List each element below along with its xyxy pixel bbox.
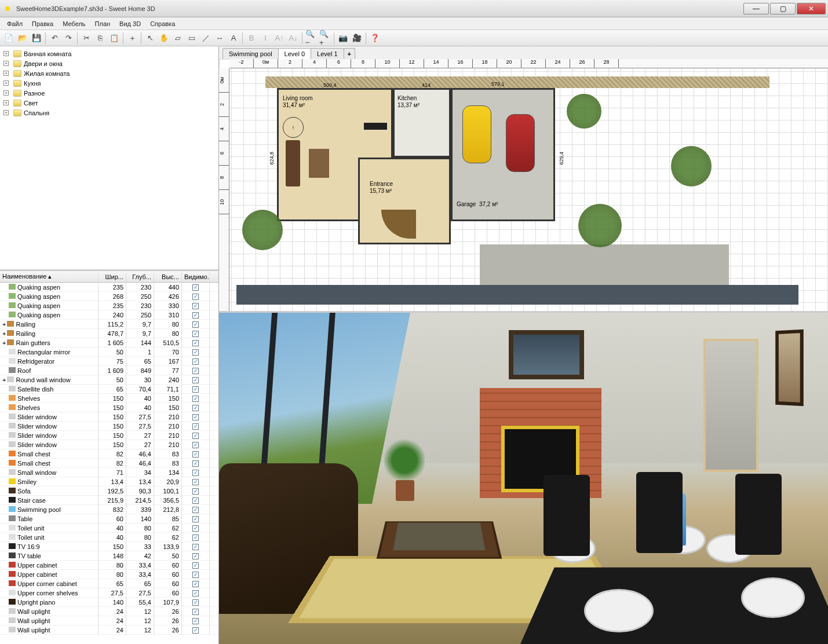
visible-checkbox[interactable]: ✓ — [192, 414, 199, 420]
visible-checkbox[interactable]: ✓ — [192, 294, 199, 300]
furniture-row[interactable]: +Round wall window5030240✓ — [0, 375, 218, 385]
visible-checkbox[interactable]: ✓ — [192, 284, 199, 291]
visible-checkbox[interactable]: ✓ — [192, 368, 199, 374]
visible-checkbox[interactable]: ✓ — [192, 451, 199, 458]
furniture-row[interactable]: +Rain gutters1 605144510,5✓ — [0, 338, 218, 347]
furniture-row[interactable]: Refridgerator7565167✓ — [0, 357, 218, 366]
toolbar-open[interactable]: 📂 — [16, 32, 29, 45]
expand-icon[interactable]: + — [2, 339, 6, 346]
visible-checkbox[interactable]: ✓ — [192, 553, 199, 559]
menu-План[interactable]: План — [90, 19, 115, 28]
furniture-row[interactable]: Small chest8246,483✓ — [0, 459, 218, 468]
car-yellow[interactable] — [462, 105, 491, 163]
furniture-row[interactable]: Slider window15027210✓ — [0, 440, 218, 449]
furniture-table-header[interactable]: Наименование ▴ Шир... Глуб... Выс... Вид… — [0, 271, 218, 283]
catalog-category[interactable]: +Двери и окна — [1, 58, 217, 68]
furniture-row[interactable]: Slider window15027,5210✓ — [0, 422, 218, 431]
toolbar-create-dim[interactable]: ↔ — [213, 32, 226, 45]
visible-checkbox[interactable]: ✓ — [192, 618, 199, 624]
furniture-table-body[interactable]: Quaking aspen235230440✓Quaking aspen2682… — [0, 283, 218, 644]
plan-canvas[interactable]: -20м246810121416182022242628 0м246810 Li… — [219, 59, 828, 311]
catalog-category[interactable]: +Спальня — [1, 108, 217, 118]
furniture-row[interactable]: Wall uplight241226✓ — [0, 616, 218, 625]
toolbar-create-video[interactable]: 🎥 — [351, 32, 363, 45]
catalog-category[interactable]: +Ванная комната — [1, 49, 217, 58]
visible-checkbox[interactable]: ✓ — [192, 599, 199, 606]
toolbar-add-furniture[interactable]: ＋ — [126, 32, 138, 45]
visible-checkbox[interactable]: ✓ — [192, 433, 199, 439]
furniture-row[interactable]: Quaking aspen268250426✓ — [0, 292, 218, 301]
furniture-row[interactable]: Upright piano14055,4107,9✓ — [0, 598, 218, 607]
expand-icon[interactable]: + — [2, 321, 6, 328]
car-red[interactable] — [506, 114, 535, 172]
minimize-button[interactable]: — — [743, 3, 769, 14]
furniture-row[interactable]: Toilet unit408062✓ — [0, 533, 218, 542]
menu-Мебель[interactable]: Мебель — [58, 19, 90, 28]
plan-tab[interactable]: Level 0 — [278, 48, 311, 59]
expand-icon[interactable]: + — [3, 100, 9, 105]
furniture-row[interactable]: Rectangular mirror50170✓ — [0, 347, 218, 357]
toolbar-redo[interactable]: ↷ — [62, 32, 75, 45]
expand-icon[interactable]: + — [3, 90, 9, 96]
furniture-row[interactable]: Quaking aspen240250310✓ — [0, 310, 218, 320]
toolbar-create-walls[interactable]: ▱ — [172, 32, 184, 45]
catalog-category[interactable]: +Жилая комната — [1, 68, 217, 78]
visible-checkbox[interactable]: ✓ — [192, 525, 199, 532]
expand-icon[interactable]: + — [3, 80, 9, 86]
expand-icon[interactable]: + — [2, 330, 6, 337]
visible-checkbox[interactable]: ✓ — [192, 349, 199, 356]
visible-checkbox[interactable]: ✓ — [192, 386, 199, 393]
furniture-row[interactable]: +Railing478,79,780✓ — [0, 329, 218, 338]
visible-checkbox[interactable]: ✓ — [192, 488, 199, 495]
col-width[interactable]: Шир... — [99, 272, 126, 281]
compass-icon[interactable]: ↑ — [283, 117, 304, 138]
visible-checkbox[interactable]: ✓ — [192, 358, 199, 365]
visible-checkbox[interactable]: ✓ — [192, 303, 199, 309]
plan-add-tab[interactable]: + — [344, 48, 355, 59]
visible-checkbox[interactable]: ✓ — [192, 423, 199, 430]
tree[interactable] — [671, 146, 712, 186]
visible-checkbox[interactable]: ✓ — [192, 479, 199, 485]
visible-checkbox[interactable]: ✓ — [192, 442, 199, 448]
visible-checkbox[interactable]: ✓ — [192, 405, 199, 411]
visible-checkbox[interactable]: ✓ — [192, 572, 199, 578]
visible-checkbox[interactable]: ✓ — [192, 507, 199, 513]
visible-checkbox[interactable]: ✓ — [192, 581, 199, 587]
furniture-row[interactable]: Wall uplight241226✓ — [0, 625, 218, 635]
expand-icon[interactable]: + — [2, 376, 6, 383]
visible-checkbox[interactable]: ✓ — [192, 535, 199, 541]
menu-Справка[interactable]: Справка — [145, 19, 180, 28]
visible-checkbox[interactable]: ✓ — [192, 331, 199, 337]
col-height[interactable]: Выс... — [154, 272, 182, 281]
col-name[interactable]: Наименование ▴ — [0, 272, 99, 281]
furniture-catalog-tree[interactable]: +Ванная комната+Двери и окна+Жилая комна… — [0, 46, 218, 271]
furniture-row[interactable]: Quaking aspen235230440✓ — [0, 283, 218, 292]
menu-Файл[interactable]: Файл — [2, 19, 27, 28]
furniture-row[interactable]: Shelves15040150✓ — [0, 394, 218, 403]
expand-icon[interactable]: + — [3, 51, 9, 56]
expand-icon[interactable]: + — [3, 71, 9, 76]
furniture-row[interactable]: Toilet unit408062✓ — [0, 524, 218, 533]
furniture-row[interactable]: Table6014085✓ — [0, 514, 218, 524]
furniture-row[interactable]: Sofa192,590,3100,1✓ — [0, 486, 218, 496]
furniture-row[interactable]: Satellite dish6570,471,1✓ — [0, 385, 218, 394]
3d-view[interactable]: ▲ ▼ ◀ ▶ — [219, 313, 828, 644]
visible-checkbox[interactable]: ✓ — [192, 609, 199, 615]
furniture-row[interactable]: Slider window15027,5210✓ — [0, 412, 218, 422]
tree[interactable] — [242, 210, 283, 250]
col-visible[interactable]: Видимо... — [182, 272, 210, 281]
tv-plan[interactable] — [364, 123, 387, 130]
toolbar-undo[interactable]: ↶ — [48, 32, 61, 45]
toolbar-zoom-in[interactable]: 🔍+ — [319, 32, 331, 45]
furniture-row[interactable]: Upper cabinet8033,460✓ — [0, 570, 218, 579]
furniture-row[interactable]: Slider window15027210✓ — [0, 431, 218, 440]
expand-icon[interactable]: + — [3, 110, 9, 115]
plan-view[interactable]: Swimming poolLevel 0Level 1+ -20м2468101… — [219, 46, 828, 313]
toolbar-zoom-out[interactable]: 🔍− — [305, 32, 318, 45]
furniture-row[interactable]: Smiley13,413,420,9✓ — [0, 477, 218, 486]
menu-Правка[interactable]: Правка — [27, 19, 58, 28]
close-button[interactable]: ✕ — [797, 3, 826, 14]
toolbar-paste[interactable]: 📋 — [108, 32, 121, 45]
furniture-row[interactable]: Roof1 60984977✓ — [0, 366, 218, 375]
menu-Вид 3D[interactable]: Вид 3D — [115, 19, 145, 28]
